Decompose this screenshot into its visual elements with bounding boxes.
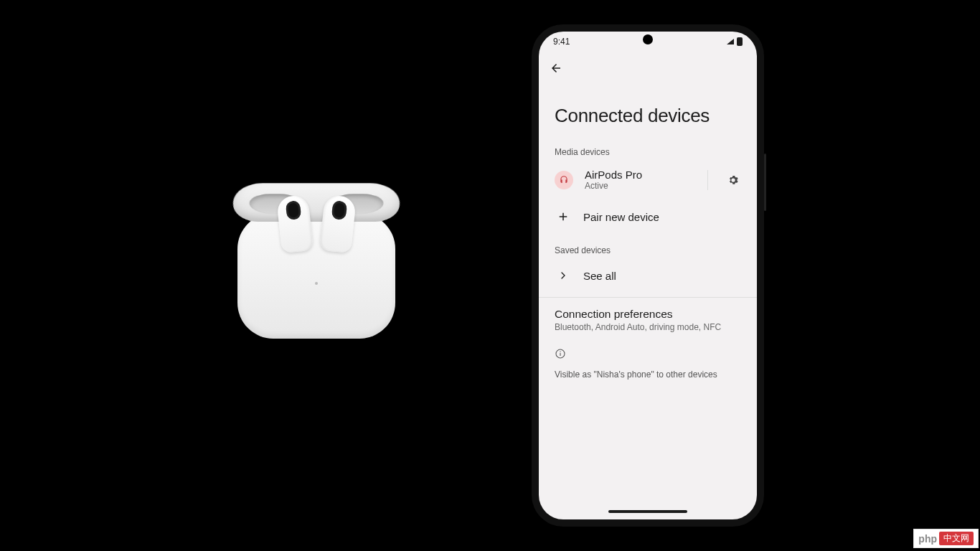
gesture-nav-bar[interactable] <box>539 504 757 519</box>
watermark-right: 中文网 <box>939 532 974 545</box>
app-bar <box>539 52 757 85</box>
info-icon <box>539 342 757 367</box>
see-all-label: See all <box>583 270 616 282</box>
charging-led-icon <box>315 282 318 285</box>
page-title: Connected devices <box>539 85 757 143</box>
device-text: AirPods Pro Active <box>585 169 696 191</box>
watermark-badge: php 中文网 <box>913 529 979 548</box>
signal-icon <box>727 39 734 44</box>
plus-icon <box>555 208 572 225</box>
device-settings-button[interactable] <box>725 174 741 187</box>
stage: 9:41 Connected devices Media devices <box>0 0 980 551</box>
watermark-left: php <box>918 533 937 545</box>
phone-power-button-icon <box>764 154 766 211</box>
pair-new-device-row[interactable]: Pair new device <box>539 199 757 234</box>
gear-icon <box>727 174 740 187</box>
section-saved-devices-label: Saved devices <box>539 241 757 258</box>
battery-icon <box>737 37 743 46</box>
device-row-airpods[interactable]: AirPods Pro Active <box>539 160 757 199</box>
back-button[interactable] <box>549 61 563 75</box>
status-time: 9:41 <box>553 37 570 47</box>
connection-preferences-subtitle: Bluetooth, Android Auto, driving mode, N… <box>539 321 757 342</box>
airpods-product-image <box>216 175 417 376</box>
airpods-case-lid <box>226 183 407 222</box>
connection-preferences-row[interactable]: Connection preferences Bluetooth, Androi… <box>539 298 757 342</box>
section-media-devices-label: Media devices <box>539 143 757 160</box>
vertical-divider <box>707 170 708 190</box>
status-right <box>727 37 743 46</box>
phone-mockup: 9:41 Connected devices Media devices <box>532 24 764 527</box>
headphone-icon <box>555 171 573 189</box>
device-status: Active <box>585 181 696 191</box>
connection-preferences-title: Connection preferences <box>539 298 757 321</box>
see-all-row[interactable]: See all <box>539 258 757 293</box>
arrow-left-icon <box>550 62 562 75</box>
device-name: AirPods Pro <box>585 169 696 181</box>
status-bar: 9:41 <box>539 32 757 52</box>
phone-screen: 9:41 Connected devices Media devices <box>539 32 757 519</box>
svg-rect-2 <box>560 352 560 352</box>
pair-new-device-label: Pair new device <box>583 211 659 223</box>
visibility-text: Visible as "Nisha's phone" to other devi… <box>539 367 757 382</box>
airpods-case <box>237 213 395 339</box>
camera-cutout-icon <box>643 34 653 44</box>
chevron-right-icon <box>555 267 572 284</box>
svg-rect-1 <box>560 353 560 356</box>
